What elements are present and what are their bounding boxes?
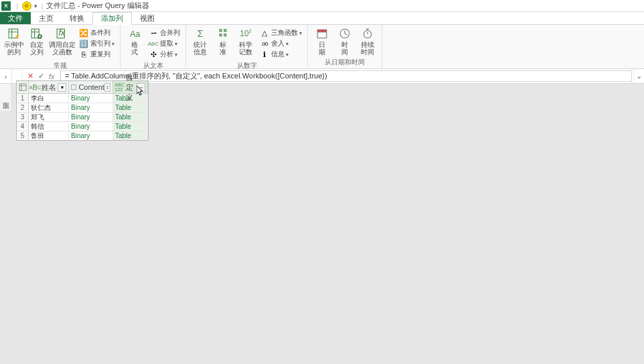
label: 条件列 — [90, 28, 110, 38]
cell-content[interactable]: Binary — [69, 122, 113, 131]
scientific-button[interactable]: 102 科学 记数 — [234, 26, 257, 56]
cell-custom[interactable]: Table — [113, 113, 148, 121]
custom-column-button[interactable]: 自定 义列 — [25, 26, 48, 56]
cell-custom[interactable]: Table — [113, 131, 148, 140]
column-from-examples-button[interactable]: 示例中 的列 — [3, 26, 25, 56]
format-button[interactable]: Aa 格 式 — [123, 26, 146, 56]
filter-dropdown-icon[interactable]: ▾ — [58, 83, 66, 92]
information-button[interactable]: ℹ信息▾ — [257, 49, 305, 60]
tab-transform[interactable]: 转换 — [62, 12, 92, 24]
table-row[interactable]: 2狄仁杰BinaryTable — [17, 103, 148, 113]
smiley-icon[interactable]: ☺ — [22, 1, 31, 11]
extract-icon: ABC — [149, 39, 158, 48]
label: 持续 时间 — [361, 41, 374, 56]
tab-view[interactable]: 视图 — [132, 12, 163, 24]
label: 科学 记数 — [239, 41, 252, 56]
label: 调用自定 义函数 — [49, 41, 76, 56]
binary-type-icon — [71, 83, 76, 92]
cell-content[interactable]: Binary — [69, 94, 113, 103]
conditional-column-button[interactable]: 🔀条件列 — [76, 27, 117, 38]
row-index: 1 — [17, 94, 29, 103]
label: 合并列 — [160, 28, 180, 38]
label: 信息 — [271, 50, 285, 59]
group-general: 示例中 的列 自定 义列 fx 调用自定 义函数 🔀条件列 🔢索引列▾ ⎘重复列… — [0, 25, 120, 68]
table-star-icon — [8, 27, 20, 40]
ribbon: 示例中 的列 自定 义列 fx 调用自定 义函数 🔀条件列 🔢索引列▾ ⎘重复列… — [0, 25, 644, 69]
svg-rect-8 — [224, 29, 227, 32]
confirm-icon[interactable]: ✓ — [35, 72, 46, 80]
rounding-button[interactable]: .00舍入▾ — [257, 38, 305, 49]
parse-button[interactable]: ✣分析▾ — [146, 49, 183, 60]
chevron-down-icon: ▾ — [112, 41, 114, 47]
column-header-name[interactable]: ABC 姓名 ▾ — [29, 81, 69, 93]
duration-button[interactable]: 持续 时间 — [356, 26, 379, 56]
duration-icon — [361, 27, 374, 40]
table-row[interactable]: 3郑飞BinaryTable — [17, 113, 148, 122]
chevron-down-icon: ▾ — [286, 52, 289, 58]
excel-icon: X — [1, 1, 11, 11]
column-header-custom[interactable]: ABC123 自定义 ↔ — [113, 81, 148, 93]
select-all-cell[interactable] — [17, 81, 29, 93]
merge-columns-button[interactable]: ⥋合并列 — [146, 27, 183, 38]
cell-name[interactable]: 狄仁杰 — [29, 103, 69, 112]
trigonometry-button[interactable]: △三角函数▾ — [257, 27, 305, 38]
group-label-datetime: 从日期和时间 — [308, 58, 382, 68]
chevron-down-icon: ▾ — [286, 41, 289, 47]
expand-dropdown-icon[interactable]: ↕ — [104, 83, 110, 92]
statistics-button[interactable]: Σ 统计 信息 — [189, 26, 212, 56]
label: 统计 信息 — [193, 41, 207, 56]
table-row[interactable]: 4韩信BinaryTable — [17, 122, 148, 131]
cell-content[interactable]: Binary — [69, 131, 113, 140]
fx-icon[interactable]: fx — [46, 72, 57, 80]
index-icon: 🔢 — [79, 39, 88, 48]
cell-content[interactable]: Binary — [69, 103, 113, 112]
row-index: 2 — [17, 103, 29, 112]
extract-button[interactable]: ABC提取▾ — [146, 38, 183, 49]
cell-name[interactable]: 鲁班 — [29, 131, 69, 140]
cell-name[interactable]: 李白 — [29, 94, 69, 103]
label: 三角函数 — [271, 28, 298, 38]
scientific-icon: 102 — [240, 27, 252, 40]
ribbon-tabs: 文件 主页 转换 添加列 视图 — [0, 12, 644, 25]
standard-button[interactable]: 标 准 — [212, 26, 234, 56]
duplicate-icon: ⎘ — [79, 50, 88, 59]
conditional-icon: 🔀 — [79, 28, 88, 38]
svg-rect-7 — [219, 29, 222, 32]
cell-content[interactable]: Binary — [69, 113, 113, 121]
label: 自定 义列 — [30, 41, 44, 56]
index-column-button[interactable]: 🔢索引列▾ — [76, 38, 117, 49]
tab-home[interactable]: 主页 — [31, 12, 62, 24]
label: 时 间 — [341, 41, 348, 56]
info-icon: ℹ — [260, 50, 269, 59]
cell-name[interactable]: 郑飞 — [29, 113, 69, 121]
column-options: 🔀条件列 🔢索引列▾ ⎘重复列 — [76, 26, 117, 60]
cell-name[interactable]: 韩信 — [29, 122, 69, 131]
group-from-text: Aa 格 式 ⥋合并列 ABC提取▾ ✣分析▾ 从文本 — [120, 25, 186, 68]
cell-custom[interactable]: Table — [113, 122, 148, 131]
column-header-content[interactable]: Content ↕ — [69, 81, 113, 93]
tab-add-column[interactable]: 添加列 — [92, 12, 132, 25]
trig-icon: △ — [260, 28, 269, 38]
merge-icon: ⥋ — [149, 28, 158, 38]
qat-dropdown-icon[interactable]: ▾ — [34, 3, 37, 9]
title-bar: X | ☺ ▾ | 文件汇总 - Power Query 编辑器 — [0, 0, 644, 12]
duplicate-column-button[interactable]: ⎘重复列 — [76, 49, 117, 60]
grid-header: ABC 姓名 ▾ Content ↕ ABC123 自定义 ↔ — [17, 81, 148, 94]
cell-custom[interactable]: Table — [113, 103, 148, 112]
date-button[interactable]: 日 期 — [311, 26, 333, 56]
label: 索引列 — [90, 39, 110, 48]
expand-queries-button[interactable]: › — [0, 69, 12, 83]
expand-dropdown-icon[interactable]: ↔ — [137, 83, 145, 92]
svg-rect-15 — [19, 84, 26, 90]
window-title: 文件汇总 - Power Query 编辑器 — [46, 1, 149, 11]
svg-text:Aa: Aa — [130, 29, 140, 39]
chevron-down-icon: ▾ — [299, 30, 302, 36]
row-index: 3 — [17, 113, 29, 121]
table-row[interactable]: 5鲁班BinaryTable — [17, 131, 148, 140]
cancel-icon[interactable]: ✕ — [25, 72, 35, 80]
queries-pane-label[interactable]: 版图 — [0, 84, 11, 111]
time-button[interactable]: 时 间 — [333, 26, 356, 56]
tab-file[interactable]: 文件 — [0, 12, 31, 24]
invoke-custom-function-button[interactable]: fx 调用自定 义函数 — [48, 26, 76, 56]
formula-dropdown-icon[interactable]: ⌄ — [633, 69, 644, 83]
